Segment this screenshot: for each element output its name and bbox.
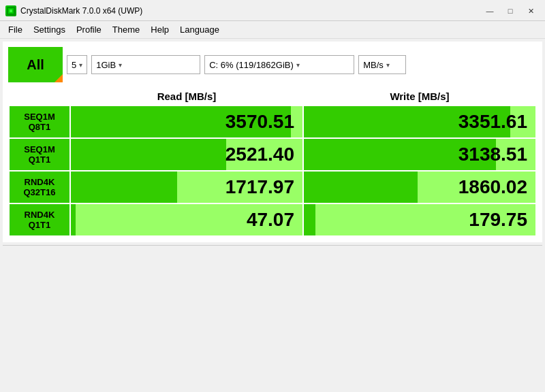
app-icon bbox=[5, 5, 16, 16]
read-value: 2521.40 bbox=[70, 138, 303, 171]
menu-item-settings[interactable]: Settings bbox=[28, 22, 71, 37]
table-row: SEQ1MQ1T12521.403138.51 bbox=[9, 138, 536, 171]
menu-item-theme[interactable]: Theme bbox=[107, 22, 145, 37]
size-dropdown[interactable]: 1GiB ▾ bbox=[91, 55, 200, 74]
title-bar: CrystalDiskMark 7.0.0 x64 (UWP) — □ ✕ bbox=[0, 0, 545, 21]
benchmark-table: Read [MB/s] Write [MB/s] SEQ1MQ8T13570.5… bbox=[8, 88, 537, 237]
row-label: SEQ1MQ1T1 bbox=[9, 138, 70, 171]
table-row: RND4KQ1T147.07179.75 bbox=[9, 203, 536, 236]
drive-arrow: ▾ bbox=[296, 61, 300, 69]
drive-value: C: 6% (119/1862GiB) bbox=[209, 60, 294, 70]
write-value: 1860.02 bbox=[303, 171, 536, 203]
write-value: 3138.51 bbox=[303, 138, 536, 171]
row-label: RND4KQ1T1 bbox=[9, 203, 70, 236]
menu-bar: FileSettingsProfileThemeHelpLanguage bbox=[0, 21, 545, 39]
size-arrow: ▾ bbox=[119, 61, 122, 69]
col-write-header: Write [MB/s] bbox=[303, 88, 536, 105]
controls-row: All 5 ▾ 1GiB ▾ C: 6% (119/1862GiB) ▾ MB/… bbox=[8, 47, 537, 82]
read-value: 47.07 bbox=[70, 203, 303, 236]
main-content: All 5 ▾ 1GiB ▾ C: 6% (119/1862GiB) ▾ MB/… bbox=[3, 42, 542, 242]
write-value: 179.75 bbox=[303, 203, 536, 236]
write-value: 3351.61 bbox=[303, 105, 536, 138]
footer-bar bbox=[3, 245, 542, 261]
col-label-header bbox=[9, 88, 70, 105]
table-row: SEQ1MQ8T13570.513351.61 bbox=[9, 105, 536, 138]
menu-item-profile[interactable]: Profile bbox=[71, 22, 107, 37]
close-button[interactable]: ✕ bbox=[522, 4, 540, 18]
svg-rect-2 bbox=[10, 10, 12, 12]
menu-item-help[interactable]: Help bbox=[145, 22, 174, 37]
minimize-button[interactable]: — bbox=[481, 4, 499, 18]
runs-arrow: ▾ bbox=[79, 61, 82, 69]
unit-value: MB/s bbox=[363, 60, 384, 70]
runs-value: 5 bbox=[72, 60, 76, 70]
col-read-header: Read [MB/s] bbox=[70, 88, 303, 105]
menu-item-file[interactable]: File bbox=[3, 22, 28, 37]
app-title: CrystalDiskMark 7.0.0 x64 (UWP) bbox=[20, 6, 142, 16]
window-controls: — □ ✕ bbox=[481, 4, 540, 18]
table-row: RND4KQ32T161717.971860.02 bbox=[9, 171, 536, 203]
title-bar-left: CrystalDiskMark 7.0.0 x64 (UWP) bbox=[5, 5, 142, 16]
row-label: RND4KQ32T16 bbox=[9, 171, 70, 203]
read-value: 3570.51 bbox=[70, 105, 303, 138]
row-label: SEQ1MQ8T1 bbox=[9, 105, 70, 138]
runs-dropdown[interactable]: 5 ▾ bbox=[67, 55, 87, 74]
unit-dropdown[interactable]: MB/s ▾ bbox=[358, 55, 406, 74]
maximize-button[interactable]: □ bbox=[501, 4, 519, 18]
unit-arrow: ▾ bbox=[386, 61, 390, 69]
menu-item-language[interactable]: Language bbox=[174, 22, 225, 37]
size-value: 1GiB bbox=[96, 60, 116, 70]
all-button[interactable]: All bbox=[8, 47, 63, 82]
read-value: 1717.97 bbox=[70, 171, 303, 203]
drive-dropdown[interactable]: C: 6% (119/1862GiB) ▾ bbox=[204, 55, 354, 74]
